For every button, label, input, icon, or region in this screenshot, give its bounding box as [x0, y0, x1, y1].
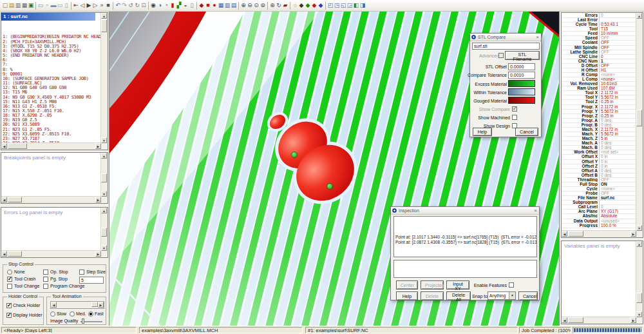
scroll-thumb[interactable] — [91, 302, 98, 307]
inspection-point-list[interactable]: Point at: [2.1017 1.3440 -0.3115] => sur… — [393, 216, 537, 257]
scroll-left-icon[interactable]: ◀ — [1, 197, 7, 202]
restore-layout-icon[interactable]: ▯ — [63, 1, 70, 10]
chevron-down-icon[interactable]: ▼ — [509, 292, 515, 299]
scroll-right-icon[interactable]: ▶ — [95, 143, 101, 149]
zoom-out-icon[interactable]: ⊖ — [247, 1, 253, 10]
stop-icon[interactable]: ■ — [105, 1, 111, 10]
scroll-up-icon[interactable]: ▲ — [101, 208, 107, 213]
tool-crash-checkbox[interactable] — [7, 277, 12, 282]
show-machined-checkbox[interactable] — [512, 115, 517, 120]
view-iso-icon[interactable]: ◰ — [327, 1, 334, 10]
capture-image-icon[interactable]: ▭ — [37, 1, 44, 10]
inspection-point-entry[interactable]: Point at: [2.1017 1.3440 -0.3115] => sur… — [395, 235, 535, 241]
input-xy-button[interactable]: Input XY — [446, 280, 469, 290]
scroll-thumb[interactable] — [101, 173, 107, 182]
nc-vertical-scrollbar[interactable]: ▲ ▼ — [100, 13, 108, 143]
center-button[interactable]: Center — [396, 280, 418, 290]
breakpoints-horizontal-scrollbar[interactable]: ◀ ▶ — [1, 196, 101, 203]
material-compare-icon[interactable]: ▞ — [176, 1, 182, 10]
nc-code-line[interactable]: 6: — [3, 58, 100, 63]
inspect-icon[interactable]: ◔ — [163, 1, 169, 10]
print-icon[interactable]: ▦ — [21, 1, 28, 10]
rewind-to-start-icon[interactable]: ⇤ — [73, 1, 79, 10]
cancel-button[interactable]: Cancel — [518, 291, 538, 300]
view-manual-icon[interactable]: ▰ — [282, 1, 289, 10]
zoom-extents-icon[interactable]: ⊚ — [260, 1, 266, 10]
scroll-left-icon[interactable]: ◀ — [1, 251, 7, 257]
gouged-material-swatch[interactable] — [508, 97, 535, 104]
help-button[interactable]: Help — [396, 291, 418, 300]
stop-none-radio[interactable] — [7, 270, 12, 275]
scroll-thumb[interactable] — [8, 143, 27, 149]
close-icon[interactable]: × — [534, 207, 537, 214]
inspection-titlebar[interactable]: Inspection × — [391, 207, 539, 215]
view-right-icon[interactable]: ◨ — [359, 1, 366, 10]
run-icon[interactable]: ▶ — [86, 1, 92, 10]
status-horizontal-scrollbar[interactable]: ◀ ▶ — [562, 230, 636, 237]
turbo-verify-icon[interactable]: ◑ — [156, 1, 163, 10]
axis-orb-icon[interactable]: ◆ — [298, 1, 305, 10]
collision-report-icon[interactable]: ● — [211, 1, 218, 10]
delete-button[interactable]: Delete — [421, 291, 444, 300]
scroll-right-icon[interactable]: ▶ — [630, 231, 636, 237]
scroll-up-icon[interactable]: ▲ — [101, 153, 107, 159]
status-vertical-scrollbar[interactable]: ▲ ▼ — [636, 13, 643, 231]
options-icon[interactable]: ▯ — [189, 1, 195, 10]
delete-all-button[interactable]: Delete All — [446, 291, 471, 300]
stl-offset-input[interactable]: 0.0000 — [508, 63, 535, 70]
probe-icon[interactable]: ◒ — [182, 1, 189, 10]
speed-med-radio[interactable] — [70, 311, 75, 317]
verify-icon[interactable]: ◉ — [150, 1, 156, 10]
step-size-input[interactable]: 5 — [79, 277, 104, 284]
scroll-thumb[interactable] — [101, 19, 107, 32]
scroll-right-icon[interactable]: ▶ — [95, 251, 101, 257]
excess-material-swatch[interactable] — [508, 80, 535, 87]
axis-x-icon[interactable]: ◆ — [305, 1, 311, 10]
redo-icon[interactable]: ↷ — [121, 1, 128, 10]
compare-tolerance-input[interactable]: 0.0010 — [508, 72, 535, 79]
speed-slow-radio[interactable] — [50, 311, 55, 317]
variables-horizontal-scrollbar[interactable]: ◀ ▶ — [562, 317, 636, 324]
display-holder-checkbox[interactable] — [6, 313, 12, 318]
tool-change-checkbox[interactable] — [7, 284, 12, 289]
scroll-down-icon[interactable]: ▼ — [636, 225, 642, 231]
step-forward-icon[interactable]: ▷ — [92, 1, 99, 10]
grid-report-icon[interactable]: ▦ — [218, 1, 224, 10]
tool-crash-check-icon[interactable]: ▮ — [169, 1, 176, 10]
eject-icon[interactable]: ⊡ — [140, 1, 147, 10]
within-tolerance-swatch[interactable] — [508, 88, 535, 95]
axis-z-icon[interactable]: ◆ — [317, 1, 324, 10]
stl-compare-titlebar[interactable]: STL Compare × — [470, 34, 541, 41]
scroll-right-icon[interactable]: ▶ — [95, 197, 101, 202]
reset-simulation-icon[interactable]: ↺ — [128, 1, 134, 10]
scroll-thumb[interactable] — [8, 197, 22, 202]
scroll-left-icon[interactable]: ◀ — [51, 302, 57, 308]
scroll-thumb[interactable] — [636, 110, 642, 126]
inspection-point-marker-1[interactable] — [292, 152, 298, 158]
save-icon[interactable]: ▣ — [28, 1, 34, 10]
scroll-up-icon[interactable]: ▲ — [636, 13, 642, 19]
errors-vertical-scrollbar[interactable]: ▲ ▼ — [100, 208, 108, 251]
scroll-thumb[interactable] — [568, 231, 583, 237]
scroll-left-icon[interactable]: ◀ — [562, 317, 567, 323]
breakpoints-vertical-scrollbar[interactable]: ▲ ▼ — [100, 153, 108, 197]
check-holder-checkbox[interactable] — [6, 303, 12, 308]
nc-code-line[interactable]: 7: — [3, 63, 100, 67]
window-layout-icon[interactable]: ▭ — [57, 1, 63, 10]
stl-compare-icon[interactable]: ◆ — [198, 1, 205, 10]
op-stop-checkbox[interactable] — [43, 270, 48, 275]
scroll-right-icon[interactable]: ▶ — [98, 302, 104, 308]
view-left-icon[interactable]: ◧ — [353, 1, 359, 10]
enable-features-checkbox[interactable] — [509, 282, 514, 288]
scroll-left-icon[interactable]: ◀ — [1, 143, 7, 149]
undo-icon[interactable]: ↶ — [115, 1, 121, 10]
zoom-window-icon[interactable]: ⊙ — [253, 1, 260, 10]
nc-code-line[interactable]: 5: (END PREDATOR NC HEADER) — [3, 54, 100, 58]
scroll-thumb[interactable] — [101, 228, 107, 237]
light-icon[interactable]: ☼ — [292, 1, 298, 10]
matrix-report-icon[interactable]: ▤ — [231, 1, 237, 10]
copy-image-icon[interactable]: ▫ — [44, 1, 50, 10]
stl-filename-field[interactable]: surf.stl — [472, 43, 540, 50]
scroll-right-icon[interactable]: ▶ — [630, 317, 636, 323]
variables-vertical-scrollbar[interactable]: ▲ ▼ — [636, 241, 643, 317]
